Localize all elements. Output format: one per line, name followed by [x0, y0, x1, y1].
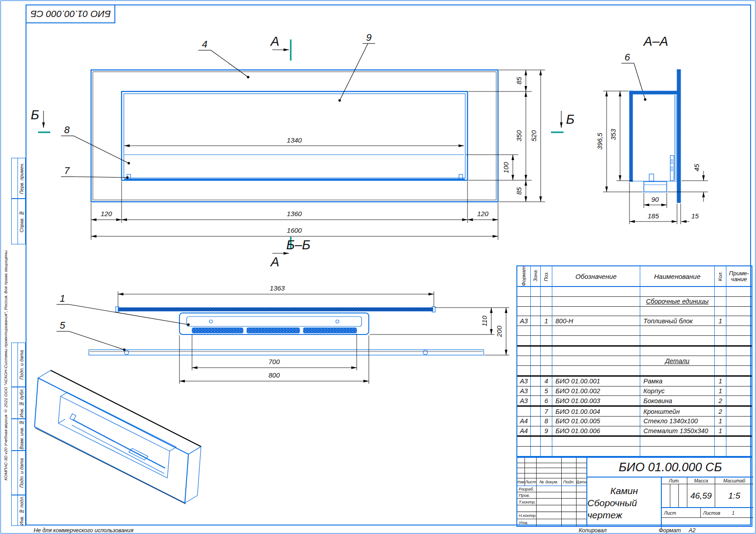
tb-col-izm: Изм. — [517, 478, 525, 485]
spec-cell — [726, 366, 752, 375]
spec-cell — [517, 336, 531, 345]
spec-cell — [726, 447, 752, 456]
spec-cell — [541, 366, 552, 375]
spec-cell — [715, 447, 726, 456]
dim-glass-width: 1340 — [287, 136, 302, 144]
spec-cell — [640, 307, 715, 316]
spec-cell — [531, 347, 541, 356]
spec-cell — [541, 307, 552, 316]
spec-cell — [640, 447, 715, 456]
spec-row: А31800-НТопливный блок1 — [517, 316, 752, 326]
spec-cell — [726, 356, 752, 365]
dim-h-opening: 350 — [515, 130, 523, 142]
spec-cell — [517, 307, 531, 316]
spec-cell — [531, 417, 541, 426]
spec-cell — [531, 396, 541, 405]
dim-width: 1600 — [287, 226, 302, 234]
spec-cell — [531, 336, 541, 345]
spec-cell — [640, 347, 715, 356]
spec-cell — [541, 437, 552, 446]
spec-row: А36БИО 01.00.003Боковина2 — [517, 396, 752, 406]
tb-sheets-label: Листов — [703, 510, 720, 516]
spec-cell: 6 — [541, 396, 552, 405]
spec-cell — [517, 287, 531, 296]
spec-cell: 2 — [715, 396, 726, 405]
spec-cell — [715, 366, 726, 375]
spec-cell — [552, 326, 640, 335]
spec-row — [517, 287, 752, 297]
leader-stemalit: 9 — [366, 32, 371, 43]
section-bb-view: Б–Б 1 5 1363 — [57, 238, 509, 384]
spec-cell — [552, 437, 640, 446]
spec-cell: 4 — [541, 377, 552, 386]
spec-cell: БИО 01.00.004 — [552, 407, 640, 416]
spec-body: Сборочные единицыА31800-НТопливный блок1… — [517, 287, 752, 456]
margin-box-label: Справ. № — [19, 211, 24, 232]
spec-cell — [715, 437, 726, 446]
copied-label: Копировал — [579, 527, 607, 534]
dim-off-left: 120 — [101, 210, 112, 217]
front-view: 1340 100 85 350 85 520 120 136 — [31, 32, 575, 269]
spec-cell — [726, 336, 752, 345]
margin-box-label: Инв. № подл. — [19, 496, 24, 525]
spec-cell: А3 — [517, 316, 531, 326]
tb-col-sign: Подп. — [562, 478, 577, 485]
spec-cell: 1 — [715, 417, 726, 426]
spec-cell — [531, 287, 541, 296]
spec-cell — [531, 356, 541, 365]
spec-cell — [541, 326, 552, 335]
margin-box-label: Инв. № дубл. — [19, 388, 24, 417]
margin-box-value-cell — [12, 419, 18, 450]
margin-box-sprav-no: Справ. № — [11, 199, 26, 244]
spec-cell — [531, 297, 541, 306]
spec-cell — [640, 437, 715, 446]
tb-row-tcontr: Т.контр. — [517, 499, 537, 504]
margin-box-label: Перв. примен. — [19, 163, 24, 194]
section-label-a-bottom: А — [270, 255, 279, 269]
spec-cell — [517, 297, 531, 306]
spec-cell — [541, 297, 552, 306]
spec-row: 7БИО 01.00.004Кронштейн2 — [517, 406, 752, 417]
bracket-left — [127, 174, 131, 179]
section-aa-title: А–А — [643, 34, 669, 48]
dim-h-top: 85 — [515, 77, 523, 84]
spec-cell — [531, 316, 541, 326]
spec-cell: Корпус — [640, 386, 715, 396]
specification-table: Формат Зона Поз. Обозначение Наименовани… — [516, 265, 752, 457]
spec-cell — [552, 356, 640, 365]
tb-row-approve: Утв. — [517, 519, 537, 526]
spec-cell — [726, 396, 752, 405]
spec-cell — [517, 447, 531, 456]
tb-product: Камин — [610, 485, 638, 497]
dim-aa-total: 396,5 — [596, 133, 603, 150]
spec-cell: 800-Н — [552, 316, 640, 326]
spec-cell: 2 — [715, 407, 726, 416]
spec-cell: 8 — [541, 417, 552, 426]
tb-col-list: Лист — [525, 478, 537, 485]
spec-row — [517, 336, 752, 346]
spec-cell — [715, 347, 726, 356]
margin-box-inv-dubl: Инв. № дубл. — [11, 387, 26, 419]
spec-cell: 7 — [541, 407, 552, 416]
spec-cell — [531, 366, 541, 375]
dim-height: 520 — [530, 130, 538, 142]
spec-cell: Боковина — [640, 396, 715, 405]
bracket-right — [459, 174, 463, 179]
spec-row — [517, 346, 752, 356]
spec-cell — [531, 407, 541, 416]
spec-cell — [726, 407, 752, 416]
spec-cell — [726, 287, 752, 296]
spec-cell — [640, 336, 715, 345]
spec-cell: 1 — [715, 316, 726, 326]
tb-doc-type: Сборочный чертеж — [587, 497, 661, 521]
spec-cell: А3 — [517, 386, 531, 396]
spec-cell — [726, 417, 752, 426]
spec-cell — [715, 307, 726, 316]
spec-cell — [715, 297, 726, 306]
spec-cell — [552, 447, 640, 456]
spec-cell: 1 — [715, 386, 726, 396]
spec-cell — [517, 326, 531, 335]
corner-stamp-text: БИО 01.00.000 СБ — [31, 9, 111, 19]
dim-aa-foot: 45 — [693, 164, 700, 171]
spec-cell — [531, 307, 541, 316]
